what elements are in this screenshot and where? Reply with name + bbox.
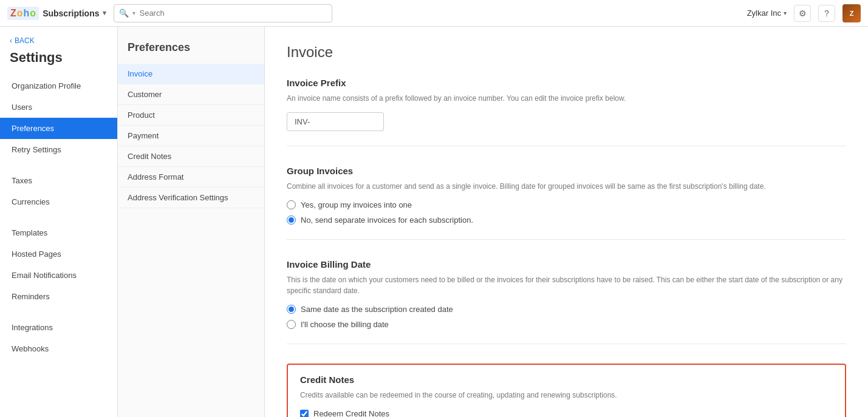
billing-date-section: Invoice Billing Date This is the date on… [287, 259, 846, 344]
mid-item-product[interactable]: Product [118, 105, 264, 126]
back-label: BACK [15, 36, 35, 45]
search-bar[interactable]: 🔍 ▾ [114, 4, 332, 22]
billing-date-desc: This is the date on which your customers… [287, 274, 846, 296]
group-invoices-yes-label: Yes, group my invoices into one [301, 200, 412, 209]
invoice-prefix-title: Invoice Prefix [287, 78, 846, 88]
group-invoices-desc: Combine all invoices for a customer and … [287, 181, 846, 192]
back-icon: ‹ [10, 36, 12, 45]
settings-icon[interactable]: ⚙ [794, 5, 811, 22]
group-invoices-section: Group Invoices Combine all invoices for … [287, 166, 846, 240]
layout: ‹ BACK Settings Organization Profile Use… [0, 27, 868, 417]
mid-item-address-verification[interactable]: Address Verification Settings [118, 188, 264, 208]
credit-notes-desc: Credits available can be redeemed in the… [300, 390, 833, 401]
group-invoices-no-label: No, send separate invoices for each subs… [301, 215, 473, 225]
org-name-text: Zylkar Inc [747, 8, 781, 18]
group-invoices-yes-radio[interactable] [287, 200, 296, 209]
mid-col: Preferences Invoice Customer Product Pay… [118, 27, 265, 417]
group-invoices-options: Yes, group my invoices into one No, send… [287, 200, 846, 225]
sidebar-item-hosted-pages[interactable]: Hosted Pages [0, 243, 117, 265]
credit-notes-title: Credit Notes [300, 375, 833, 385]
billing-date-same[interactable]: Same date as the subscription created da… [287, 305, 846, 314]
mid-col-title: Preferences [118, 36, 264, 64]
sidebar-item-org-profile[interactable]: Organization Profile [0, 75, 117, 97]
credit-notes-section: Credit Notes Credits available can be re… [287, 364, 846, 417]
billing-date-title: Invoice Billing Date [287, 259, 846, 270]
mid-item-address-format[interactable]: Address Format [118, 167, 264, 188]
group-invoices-no[interactable]: No, send separate invoices for each subs… [287, 215, 846, 225]
mid-item-payment[interactable]: Payment [118, 126, 264, 146]
search-input[interactable] [139, 8, 327, 18]
brand-name: Subscriptions [43, 8, 99, 18]
sidebar-title: Settings [0, 47, 117, 75]
brand-logo: Zoho [7, 7, 39, 20]
sidebar-item-integrations[interactable]: Integrations [0, 317, 117, 338]
billing-date-options: Same date as the subscription created da… [287, 305, 846, 329]
org-dropdown-icon: ▾ [784, 10, 787, 16]
group-invoices-yes[interactable]: Yes, group my invoices into one [287, 200, 846, 209]
mid-item-customer[interactable]: Customer [118, 84, 264, 105]
logo-h: h [24, 8, 30, 19]
mid-item-invoice[interactable]: Invoice [118, 64, 264, 84]
billing-date-same-radio[interactable] [287, 305, 296, 314]
brand-dropdown-icon[interactable]: ▾ [103, 9, 106, 17]
billing-date-choose-radio[interactable] [287, 320, 296, 329]
billing-date-choose[interactable]: I'll choose the billing date [287, 320, 846, 329]
mid-item-credit-notes[interactable]: Credit Notes [118, 146, 264, 167]
sidebar-item-preferences[interactable]: Preferences [0, 118, 117, 139]
sidebar-item-webhooks[interactable]: Webhooks [0, 338, 117, 359]
search-icon: 🔍 [119, 8, 129, 18]
logo-z: Z [10, 8, 16, 19]
billing-date-choose-label: I'll choose the billing date [301, 320, 389, 329]
sidebar-item-reminders[interactable]: Reminders [0, 286, 117, 307]
search-dropdown-icon[interactable]: ▾ [132, 10, 135, 16]
sidebar: ‹ BACK Settings Organization Profile Use… [0, 27, 118, 417]
sidebar-item-currencies[interactable]: Currencies [0, 191, 117, 212]
group-invoices-no-radio[interactable] [287, 215, 296, 225]
top-nav: Zoho Subscriptions ▾ 🔍 ▾ Zylkar Inc ▾ ⚙ … [0, 0, 868, 27]
redeem-credit-notes-checkbox[interactable] [300, 410, 309, 418]
nav-right: Zylkar Inc ▾ ⚙ ? Z [747, 4, 861, 22]
invoice-prefix-desc: An invoice name consists of a prefix fol… [287, 93, 846, 104]
billing-date-same-label: Same date as the subscription created da… [301, 305, 453, 314]
main-content: Invoice Invoice Prefix An invoice name c… [265, 27, 868, 417]
sidebar-item-taxes[interactable]: Taxes [0, 170, 117, 191]
logo-o2: o [30, 8, 36, 19]
page-title: Invoice [287, 44, 846, 61]
logo-o1: o [17, 8, 23, 19]
brand[interactable]: Zoho Subscriptions ▾ [7, 7, 106, 20]
group-invoices-title: Group Invoices [287, 166, 846, 176]
sidebar-item-retry-settings[interactable]: Retry Settings [0, 139, 117, 160]
sidebar-item-email-notifications[interactable]: Email Notifications [0, 265, 117, 286]
invoice-prefix-section: Invoice Prefix An invoice name consists … [287, 78, 846, 146]
sidebar-item-users[interactable]: Users [0, 97, 117, 118]
redeem-credit-notes-label: Redeem Credit Notes [313, 409, 389, 417]
redeem-credit-notes-checkbox-label[interactable]: Redeem Credit Notes [300, 409, 833, 417]
help-icon[interactable]: ? [818, 5, 835, 22]
org-name[interactable]: Zylkar Inc ▾ [747, 8, 787, 18]
invoice-prefix-input[interactable] [287, 112, 384, 131]
avatar[interactable]: Z [842, 4, 861, 22]
back-button[interactable]: ‹ BACK [0, 27, 117, 47]
sidebar-item-templates[interactable]: Templates [0, 222, 117, 243]
